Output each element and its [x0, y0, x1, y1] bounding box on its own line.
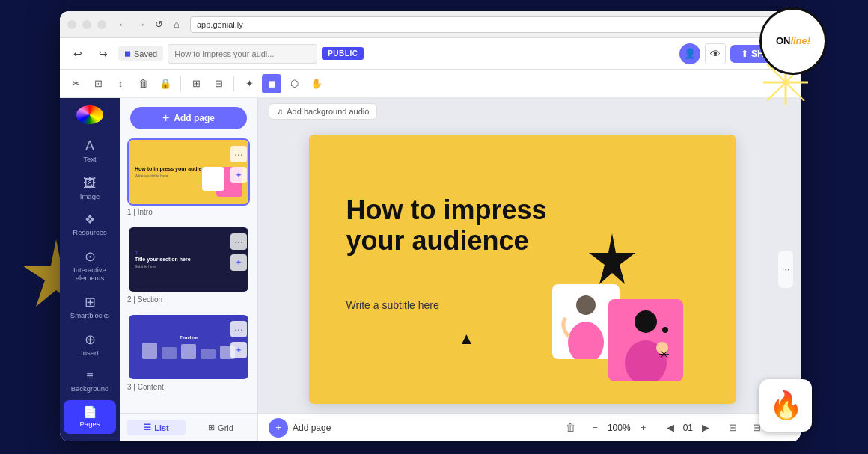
browser-window: ← → ↺ ⌂ app.genial.ly ↩ ↪ ◼ Saved PUBLIC… — [60, 11, 801, 441]
page-thumb-3[interactable]: Timeline ✦ ··· — [127, 313, 250, 381]
page3-more-btn[interactable]: ··· — [230, 321, 247, 337]
sidebar-label-smartblocks: Smartblocks — [70, 311, 109, 319]
page-item-1: How to impress your audience Write a sub… — [127, 138, 250, 220]
sidebar-item-image[interactable]: 🖼 Image — [64, 171, 116, 206]
slide-dot — [662, 327, 668, 333]
fill-btn[interactable]: ◼ — [262, 74, 281, 93]
app-body: A Text 🖼 Image ❖ Resources ⊙ Interactive… — [60, 98, 801, 441]
sidebar-item-pages[interactable]: 📄 Pages — [64, 400, 116, 434]
undo-button[interactable]: ↩ — [67, 43, 88, 64]
sidebar: A Text 🖼 Image ❖ Resources ⊙ Interactive… — [60, 98, 120, 441]
online-badge: ONline! — [760, 7, 827, 75]
list-view-btn[interactable]: ☰ List — [127, 420, 186, 435]
slide-sparkle: ✳ — [658, 346, 670, 363]
svg-point-9 — [576, 295, 596, 315]
browser-chrome: ← → ↺ ⌂ app.genial.ly — [60, 11, 801, 38]
preview-button[interactable]: 👁 — [705, 43, 726, 64]
zoom-out-btn[interactable]: − — [585, 418, 605, 438]
canvas-add-page-label: Add page — [293, 423, 331, 433]
chrome-close[interactable] — [67, 20, 76, 29]
copy-btn[interactable]: ⊡ — [88, 74, 108, 93]
cut-btn[interactable]: ✂ — [66, 74, 85, 93]
edit-toolbar: ✂ ⊡ ↕ 🗑 🔒 ⊞ ⊟ ✦ ◼ ⬡ ✋ — [60, 70, 801, 98]
page3-magic-btn[interactable]: ✦ — [230, 342, 247, 358]
slide-title: How to impress your audience — [346, 194, 547, 257]
back-icon[interactable]: ← — [115, 17, 130, 32]
pages-header: + Add page — [120, 98, 257, 138]
music-icon: ♫ — [277, 107, 283, 116]
canvas-add-page-btn[interactable]: + — [269, 418, 288, 438]
sidebar-item-background[interactable]: ≡ Background — [64, 364, 116, 399]
zoom-in-btn[interactable]: + — [634, 418, 653, 438]
pages-list: How to impress your audience Write a sub… — [120, 138, 257, 413]
url-bar[interactable]: app.genial.ly — [190, 16, 793, 33]
slide-subtitle: Write a subtitle here — [346, 299, 439, 311]
user-avatar[interactable]: 👤 — [679, 43, 700, 64]
add-audio-button[interactable]: ♫ Add background audio — [269, 103, 377, 120]
move-btn[interactable]: ↕ — [111, 74, 130, 93]
zoom-level: 100% — [608, 423, 631, 433]
prev-page-btn[interactable]: ◀ — [661, 418, 680, 438]
canvas-topbar: ♫ Add background audio — [258, 98, 801, 125]
lock-btn[interactable]: 🔒 — [156, 74, 175, 93]
public-badge: PUBLIC — [322, 47, 364, 60]
sidebar-label-resources: Resources — [73, 228, 106, 236]
sidebar-label-background: Background — [71, 384, 109, 393]
share-icon: ⬆ — [741, 49, 748, 59]
refresh-icon[interactable]: ↺ — [151, 17, 166, 32]
chrome-minimize[interactable] — [82, 20, 91, 29]
sidebar-item-smartblocks[interactable]: ⊞ Smartblocks — [64, 289, 116, 325]
arrange-btn[interactable]: ⊞ — [186, 74, 206, 93]
saved-indicator: ◼ Saved — [118, 46, 163, 61]
page-thumb-1[interactable]: How to impress your audience Write a sub… — [127, 138, 250, 206]
redo-button[interactable]: ↪ — [93, 43, 114, 64]
home-icon[interactable]: ⌂ — [169, 17, 184, 32]
canvas-main[interactable]: How to impress your audience Write a sub… — [258, 125, 801, 413]
presentation-title-input[interactable] — [168, 44, 317, 64]
sidebar-label-text: Text — [83, 155, 96, 163]
page1-more-btn[interactable]: ··· — [230, 146, 247, 162]
slide-person-1 — [608, 299, 683, 381]
chrome-maximize[interactable] — [97, 20, 106, 29]
sidebar-item-insert[interactable]: ⊕ Insert — [64, 327, 116, 363]
sidebar-logo — [76, 105, 103, 124]
canvas-right-handle[interactable]: ··· — [778, 251, 793, 288]
sidebar-item-resources[interactable]: ❖ Resources — [64, 208, 116, 242]
thumb3-title: Timeline — [180, 335, 198, 340]
page-item-3: Timeline ✦ ··· 3 | Content — [127, 313, 250, 395]
toolbar-divider-1 — [180, 76, 181, 91]
thumb2-title: Title your section here — [135, 257, 242, 263]
smartblocks-icon: ⊞ — [85, 295, 96, 309]
pages-panel: + Add page How to impress your audience … — [120, 98, 258, 441]
pages-icon: 📄 — [83, 406, 97, 417]
effects-btn[interactable]: ✦ — [239, 74, 259, 93]
page2-more-btn[interactable]: ··· — [230, 233, 247, 250]
page1-magic-btn[interactable]: ✦ — [230, 167, 247, 183]
svg-point-6 — [635, 310, 657, 333]
slide-canvas[interactable]: How to impress your audience Write a sub… — [309, 135, 736, 404]
sidebar-label-pages: Pages — [80, 420, 100, 428]
hand-tool-btn[interactable]: ✋ — [307, 74, 326, 93]
thumb2-subtitle: Subtitle here — [135, 264, 242, 269]
list-icon: ☰ — [144, 423, 151, 432]
svg-point-10 — [568, 322, 604, 359]
delete-btn[interactable]: 🗑 — [133, 74, 153, 93]
sidebar-item-text[interactable]: A Text — [64, 133, 116, 169]
border-btn[interactable]: ⬡ — [284, 74, 304, 93]
add-page-button[interactable]: + Add page — [130, 107, 247, 129]
page2-magic-btn[interactable]: ✦ — [230, 254, 247, 271]
fire-badge: 🔥 — [760, 379, 812, 432]
crop-btn[interactable]: ⊟ — [209, 74, 228, 93]
grid-view-btn[interactable]: ⊞ Grid — [192, 420, 250, 435]
canvas-delete-btn[interactable]: 🗑 — [561, 418, 581, 438]
page-thumb-2[interactable]: 01 Title your section here Subtitle here… — [127, 226, 250, 293]
zoom-controls: − 100% + — [585, 418, 653, 438]
page-nav: ◀ 01 ▶ — [661, 418, 715, 438]
grid-toggle-btn[interactable]: ⊞ — [723, 418, 742, 438]
next-page-btn[interactable]: ▶ — [696, 418, 715, 438]
sidebar-item-interactive[interactable]: ⊙ Interactive elements — [64, 244, 116, 288]
page2-label: 2 | Section — [127, 293, 250, 307]
insert-icon: ⊕ — [85, 333, 96, 346]
forward-icon[interactable]: → — [133, 17, 148, 32]
plus-icon: + — [162, 111, 169, 125]
